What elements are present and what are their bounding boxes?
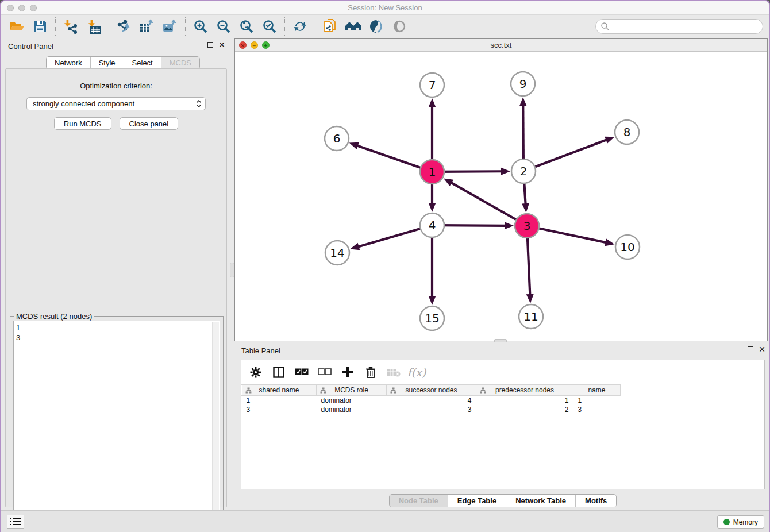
column-type-icon [245,387,252,394]
table-panel-header: Table Panel ✕ [234,342,770,358]
zoom-in-button[interactable] [189,17,212,36]
graph-arrowhead [526,294,534,303]
table-cell[interactable]: dominator [317,396,387,405]
clone-network-button[interactable] [319,17,342,36]
show-hide-button[interactable] [388,17,411,36]
column-header-name[interactable]: name [573,385,621,396]
table-cell[interactable]: 2 [476,405,573,414]
save-session-button[interactable] [29,17,52,36]
graph-node-label: 1 [429,165,436,179]
graph-edge-3-1[interactable] [451,182,527,226]
column-type-icon [320,387,326,394]
mcds-result-value[interactable]: 1 [16,323,220,333]
trash-icon [365,367,376,378]
close-table-panel-icon[interactable]: ✕ [759,346,765,352]
table-cell[interactable]: 3 [387,405,476,414]
toolbar-separator [284,17,285,36]
style-brush-button[interactable] [365,17,388,36]
main-toolbar [1,16,769,37]
float-table-panel-button[interactable] [748,346,753,352]
memory-button[interactable]: Memory [717,515,764,529]
export-table-icon [139,19,155,34]
list-icon [10,518,21,526]
import-table-button[interactable] [82,17,105,36]
column-type-icon [390,387,396,394]
first-neighbors-button[interactable] [342,17,365,36]
graph-arrowhead [501,168,510,175]
table-row[interactable]: 1dominator411 [242,396,621,405]
network-window-titlebar[interactable]: ✕ − + scc.txt [235,39,767,52]
mcds-result-list[interactable]: 13 [13,321,220,530]
node-table: shared nameMCDS rolesuccessor nodesprede… [241,384,621,414]
tab-select[interactable]: Select [124,57,161,69]
table-tabs-bar: Node Table Edge Table Network Table Moti… [234,494,770,507]
zoom-out-button[interactable] [212,17,235,36]
export-image-button[interactable] [159,17,182,36]
delete-column-button[interactable] [363,365,378,380]
tab-motifs[interactable]: Motifs [576,495,616,507]
tab-edge-table[interactable]: Edge Table [448,495,506,507]
node-table-container: f(x) shared nameMCDS rolesuccessor nodes… [241,360,765,489]
table-panel-title: Table Panel [241,346,280,355]
show-column-panel-button[interactable] [271,365,286,380]
zoom-selected-button[interactable] [258,17,281,36]
optimization-criterion-select[interactable]: strongly connected component [26,97,206,110]
deselect-all-columns-button[interactable] [317,365,332,380]
search-input[interactable] [610,21,763,32]
tab-node-table[interactable]: Node Table [390,495,448,507]
open-session-button[interactable] [6,17,29,36]
table-cell[interactable]: 3 [242,405,317,414]
export-network-icon [116,19,132,34]
zoom-in-icon [193,19,208,34]
column-header-predecessor-nodes[interactable]: predecessor nodes [476,385,573,396]
graph-node-label: 15 [425,311,439,325]
table-row[interactable]: 3dominator323 [242,405,621,414]
table-cell[interactable]: 1 [242,396,317,405]
close-panel-button[interactable]: Close panel [120,117,179,130]
graph-arrowhead [605,239,614,246]
search-field[interactable] [595,19,763,34]
mcds-result-value[interactable]: 3 [16,333,220,342]
save-icon [34,20,47,33]
run-mcds-button[interactable]: Run MCDS [54,117,111,130]
graph-arrowhead [429,296,436,305]
graph-edge-2-8[interactable] [523,140,607,171]
export-network-button[interactable] [113,17,136,36]
table-cell[interactable]: 4 [387,396,476,405]
tab-style[interactable]: Style [91,57,124,69]
export-table-button[interactable] [136,17,159,36]
column-header-successor-nodes[interactable]: successor nodes [387,385,476,396]
tab-network-table[interactable]: Network Table [506,495,576,507]
delete-table-button [386,365,401,380]
mcds-panel-body: Optimization criterion: strongly connect… [5,68,227,507]
select-all-columns-button[interactable] [294,365,309,380]
table-cell[interactable]: 1 [573,396,621,405]
create-column-button[interactable] [340,365,355,380]
import-network-button[interactable] [59,17,82,36]
zoom-fit-button[interactable] [235,17,258,36]
result-scrollbar[interactable] [212,322,219,529]
table-settings-button[interactable] [248,365,263,380]
float-panel-button[interactable] [207,42,213,48]
network-graph-canvas[interactable]: 7968124314101511 [235,52,767,341]
function-builder-button: f(x) [409,365,424,380]
column-header-MCDS-role[interactable]: MCDS role [317,385,387,396]
control-panel-header: Control Panel ✕ [1,38,231,54]
show-hide-eye-icon [392,19,407,34]
mcds-result-groupbox: MCDS result (2 nodes) 13 [10,316,224,532]
task-history-button[interactable] [7,515,24,529]
graph-arrowhead [350,243,360,250]
table-cell[interactable]: 3 [573,405,621,414]
tab-mcds[interactable]: MCDS [161,57,199,69]
selected-option: strongly connected component [33,99,134,108]
search-icon [600,22,610,31]
vertical-splitter-handle[interactable] [230,263,234,277]
table-cell[interactable]: 1 [476,396,573,405]
table-cell[interactable]: dominator [317,405,387,414]
close-panel-icon[interactable]: ✕ [218,42,225,48]
refresh-button[interactable] [288,17,311,36]
tab-network[interactable]: Network [47,57,91,69]
column-header-shared-name[interactable]: shared name [242,385,317,396]
memory-label: Memory [733,518,758,526]
graph-arrowhead [605,137,614,144]
